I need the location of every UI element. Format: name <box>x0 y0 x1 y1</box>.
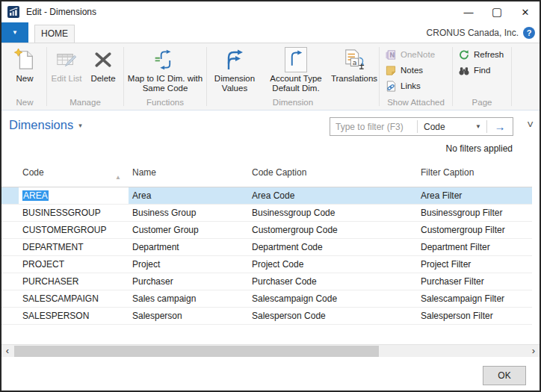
column-header-name[interactable]: Name <box>129 159 248 187</box>
table-cell[interactable]: Department <box>129 239 248 255</box>
scrollbar-thumb[interactable] <box>14 346 379 357</box>
table-cell[interactable]: PROJECT <box>19 256 129 273</box>
table-cell[interactable]: SALESPERSON <box>19 308 129 324</box>
row-selector[interactable] <box>1 256 19 273</box>
scroll-right-arrow-icon[interactable]: › <box>528 345 540 357</box>
new-button[interactable]: New <box>13 43 37 97</box>
title-bar: Edit - Dimensions — ▢ ✕ <box>1 1 540 22</box>
table-row[interactable]: SALESPERSONSalespersonSalesperson CodeSa… <box>1 308 532 325</box>
app-menu-caret-icon: ▼ <box>12 29 18 36</box>
table-cell[interactable]: Project Code <box>248 256 417 273</box>
page-title-dropdown[interactable]: Dimensions▾ <box>9 118 82 132</box>
account-type-default-dim-button[interactable]: Account Type Default Dim. <box>262 43 330 97</box>
filter-field-caret-icon: ▼ <box>475 123 481 130</box>
translations-button[interactable]: a Translations <box>330 43 378 97</box>
links-button-label: Links <box>401 81 421 90</box>
table-cell[interactable]: Businessgroup Filter <box>417 205 532 221</box>
table-cell[interactable]: Business Group <box>129 205 248 221</box>
row-selector[interactable] <box>1 205 19 221</box>
table-cell[interactable]: AREA <box>19 187 129 204</box>
row-selector[interactable] <box>1 187 19 204</box>
table-cell[interactable]: Purchaser Filter <box>417 273 532 290</box>
table-row[interactable]: AREAAreaArea CodeArea Filter <box>1 187 532 205</box>
delete-x-icon <box>91 47 115 72</box>
edit-list-button-label: Edit List <box>52 74 82 84</box>
refresh-button[interactable]: Refresh <box>458 49 508 60</box>
expand-filter-pane-chevron-icon[interactable]: ˅ <box>527 119 534 130</box>
column-header-code-caption[interactable]: Code Caption <box>248 159 417 187</box>
ribbon-group-functions: Map to IC Dim. with Same Code Functions <box>124 43 206 110</box>
filter-input[interactable] <box>330 118 417 135</box>
row-selector[interactable] <box>1 222 19 238</box>
table-row[interactable]: PROJECTProjectProject CodeProject Filter <box>1 256 532 273</box>
minimize-button[interactable]: — <box>454 1 483 22</box>
table-row[interactable]: BUSINESSGROUPBusiness GroupBusinessgroup… <box>1 205 532 222</box>
scroll-left-arrow-icon[interactable]: ‹ <box>1 345 13 357</box>
table-row[interactable]: PURCHASERPurchaserPurchaser CodePurchase… <box>1 273 532 290</box>
table-cell[interactable]: Project <box>129 256 248 273</box>
table-cell[interactable]: Salesperson Code <box>248 308 417 324</box>
find-button-label: Find <box>474 66 490 75</box>
table-header: Code▲ Name Code Caption Filter Caption <box>1 159 532 187</box>
table-cell[interactable]: Customer Group <box>129 222 248 238</box>
table-cell[interactable]: PURCHASER <box>19 273 129 290</box>
ribbon-group-label: New <box>3 97 46 110</box>
edit-list-icon <box>55 47 78 72</box>
column-header-code[interactable]: Code▲ <box>19 159 129 187</box>
account-type-default-dim-button-label: Account Type Default Dim. <box>262 74 330 93</box>
page-title-caret-icon: ▾ <box>78 122 82 129</box>
filter-status: No filters applied <box>446 143 513 154</box>
row-selector[interactable] <box>1 308 19 324</box>
page-header: Dimensions▾ Code ▼ → ˅ No filters applie… <box>1 111 540 159</box>
table-cell[interactable]: Area <box>129 187 248 204</box>
table-cell[interactable]: Salesperson <box>129 308 248 324</box>
table-cell[interactable]: DEPARTMENT <box>19 239 129 255</box>
edit-list-button[interactable]: Edit List <box>49 43 84 97</box>
table-cell[interactable]: Salescampaign Code <box>248 290 417 307</box>
table-cell[interactable]: Sales campaign <box>129 290 248 307</box>
table-row[interactable]: SALESCAMPAIGNSales campaignSalescampaign… <box>1 290 532 308</box>
application-menu-button[interactable]: ▼ <box>1 22 28 43</box>
maximize-button[interactable]: ▢ <box>483 1 511 22</box>
links-button[interactable]: Links <box>385 80 449 92</box>
table-cell[interactable]: Customergroup Filter <box>417 222 532 238</box>
table-cell[interactable]: Purchaser Code <box>248 273 417 290</box>
close-button[interactable]: ✕ <box>511 1 540 22</box>
table-cell[interactable]: Businessgroup Code <box>248 205 417 221</box>
ok-button[interactable]: OK <box>483 366 526 385</box>
table-row[interactable]: DEPARTMENTDepartmentDepartment CodeDepar… <box>1 239 532 256</box>
find-binoculars-icon <box>458 65 470 76</box>
horizontal-scrollbar[interactable]: ‹ › <box>1 344 540 357</box>
table-cell[interactable]: BUSINESSGROUP <box>19 205 129 221</box>
table-cell[interactable]: SALESCAMPAIGN <box>19 290 129 307</box>
onenote-button[interactable]: N OneNote <box>385 49 449 60</box>
map-to-ic-dim-button[interactable]: Map to IC Dim. with Same Code <box>127 43 203 97</box>
map-to-ic-dim-button-label: Map to IC Dim. with Same Code <box>127 74 203 93</box>
tab-home[interactable]: HOME <box>34 25 75 43</box>
find-button[interactable]: Find <box>458 64 508 76</box>
notes-button[interactable]: Notes <box>385 64 449 76</box>
row-selector[interactable] <box>1 273 19 290</box>
dimension-values-button[interactable]: Dimension Values <box>208 43 262 97</box>
notes-icon <box>385 65 397 76</box>
table-cell[interactable]: Purchaser <box>129 273 248 290</box>
apply-filter-button[interactable]: → <box>487 118 513 135</box>
table-row[interactable]: CUSTOMERGROUPCustomer GroupCustomergroup… <box>1 222 532 239</box>
table-cell[interactable]: Department Code <box>248 239 417 255</box>
table-cell[interactable]: Area Filter <box>417 187 532 204</box>
delete-button[interactable]: Delete <box>84 43 122 97</box>
table-cell[interactable]: Customergroup Code <box>248 222 417 238</box>
filter-field-dropdown[interactable]: Code ▼ <box>418 118 486 135</box>
row-selector[interactable] <box>1 290 19 307</box>
column-header-filter-caption[interactable]: Filter Caption <box>417 159 532 187</box>
row-selector[interactable] <box>1 239 19 255</box>
new-document-icon <box>13 47 37 72</box>
table-cell[interactable]: CUSTOMERGROUP <box>19 222 129 238</box>
table-cell[interactable]: Area Code <box>248 187 417 204</box>
window-title: Edit - Dimensions <box>26 7 454 17</box>
table-cell[interactable]: Project Filter <box>417 256 532 273</box>
table-cell[interactable]: Salescampaign Filter <box>417 290 532 307</box>
table-cell[interactable]: Salesperson Filter <box>417 308 532 324</box>
table-cell[interactable]: Department Filter <box>417 239 532 255</box>
help-icon[interactable]: ? <box>523 27 535 39</box>
